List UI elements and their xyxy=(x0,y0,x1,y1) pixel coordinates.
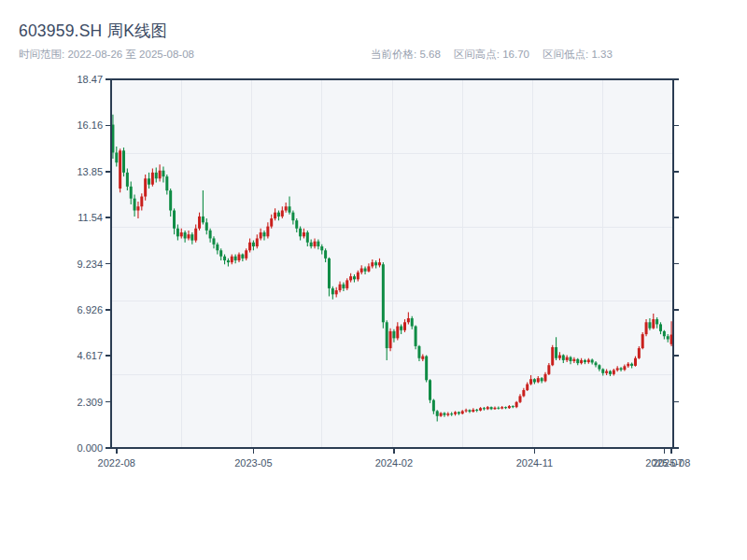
candle-body xyxy=(537,378,540,382)
candle-body xyxy=(176,229,179,237)
candle-body xyxy=(374,262,377,265)
candle-body xyxy=(497,408,500,409)
candle-body xyxy=(148,178,150,184)
y-tick-label: 18.47 xyxy=(77,74,103,85)
y-tick-label: 9.234 xyxy=(77,259,103,270)
candle-body xyxy=(587,359,590,362)
candle-body xyxy=(645,322,648,334)
candle-body xyxy=(231,257,233,262)
candle-body xyxy=(436,411,439,415)
candle-body xyxy=(616,368,619,370)
date-range-label: 时间范围: 2022-08-26 至 2025-08-08 xyxy=(19,48,194,62)
candle-body xyxy=(173,211,176,229)
candle-body xyxy=(256,238,259,246)
candle-body xyxy=(512,406,514,407)
candle-body xyxy=(324,250,327,259)
candle-body xyxy=(415,327,417,346)
candle-body xyxy=(504,407,507,408)
candle-body xyxy=(306,232,309,243)
candle-body xyxy=(518,396,521,401)
candle-body xyxy=(648,322,651,328)
candle-body xyxy=(331,288,334,294)
candle-body xyxy=(572,359,575,361)
candle-body xyxy=(663,331,666,336)
candle-body xyxy=(130,187,133,199)
candle-body xyxy=(187,234,190,238)
candle-body xyxy=(353,276,356,279)
candle-body xyxy=(345,280,348,288)
candle-body xyxy=(295,220,298,229)
range-low-label: 区间低点: xyxy=(543,49,588,60)
candle-body xyxy=(421,357,424,359)
candle-body xyxy=(144,178,147,196)
candle-body xyxy=(533,379,536,382)
candle-body xyxy=(263,232,266,236)
candle-body xyxy=(389,331,392,348)
candle-body xyxy=(219,250,222,256)
candle-body xyxy=(159,171,162,179)
candle-body xyxy=(285,206,288,210)
candle-body xyxy=(605,371,608,373)
candle-body xyxy=(317,242,319,246)
candle-body xyxy=(570,357,572,361)
candle-body xyxy=(601,370,604,373)
candle-body xyxy=(227,260,230,262)
range-high-value: 16.70 xyxy=(502,49,529,60)
x-tick-label: 2025-08 xyxy=(653,457,690,469)
x-tick-label: 2022-08 xyxy=(98,457,135,469)
candle-body xyxy=(529,379,532,384)
candle-body xyxy=(122,150,125,173)
candle-body xyxy=(169,190,172,210)
candle-body xyxy=(591,359,594,362)
candle-body xyxy=(289,206,291,212)
current-price-label: 当前价格: xyxy=(371,49,416,60)
candle-body xyxy=(407,318,410,322)
candlestick-chart: 0.0002.3094.6176.9269.23411.5413.8516.16… xyxy=(0,0,747,560)
candle-body xyxy=(151,173,154,185)
candle-body xyxy=(281,211,284,217)
candle-body xyxy=(216,245,218,250)
candle-body xyxy=(638,348,641,358)
candle-body xyxy=(386,322,388,348)
x-tick-label: 2023-05 xyxy=(234,457,272,469)
candle-body xyxy=(378,262,381,265)
candle-body xyxy=(277,213,280,217)
candle-body xyxy=(655,319,658,324)
candle-body xyxy=(303,232,305,236)
candle-body xyxy=(367,266,370,271)
candle-body xyxy=(126,173,129,187)
candle-body xyxy=(522,390,525,396)
candle-body xyxy=(252,243,255,246)
candle-body xyxy=(299,229,302,237)
y-tick-label: 2.309 xyxy=(77,397,103,408)
candle-body xyxy=(400,327,402,330)
candle-body xyxy=(641,334,644,348)
candle-body xyxy=(620,368,623,370)
kline-chart-page: 0.0002.3094.6176.9269.23411.5413.8516.16… xyxy=(0,0,747,560)
candle-body xyxy=(432,400,435,412)
candle-body xyxy=(576,359,579,363)
x-tick-label: 2024-11 xyxy=(516,457,554,469)
candle-body xyxy=(609,371,612,374)
range-high-label: 区间高点: xyxy=(454,49,500,60)
candle-body xyxy=(134,199,136,211)
y-tick-label: 6.926 xyxy=(77,304,103,315)
candle-body xyxy=(198,217,201,229)
candle-body xyxy=(403,322,406,330)
candle-body xyxy=(357,273,359,279)
candle-body xyxy=(429,380,431,399)
candle-body xyxy=(558,356,561,358)
candle-body xyxy=(274,213,276,218)
candle-body xyxy=(562,356,565,360)
candle-body xyxy=(205,222,208,231)
candle-body xyxy=(659,324,662,330)
candle-body xyxy=(417,346,420,358)
candle-body xyxy=(479,408,482,411)
candle-body xyxy=(667,336,669,339)
candle-body xyxy=(260,232,262,238)
candle-body xyxy=(371,262,374,266)
candle-body xyxy=(446,413,449,414)
candle-body xyxy=(165,176,168,190)
candle-body xyxy=(475,410,478,411)
y-tick-label: 16.16 xyxy=(77,119,103,131)
